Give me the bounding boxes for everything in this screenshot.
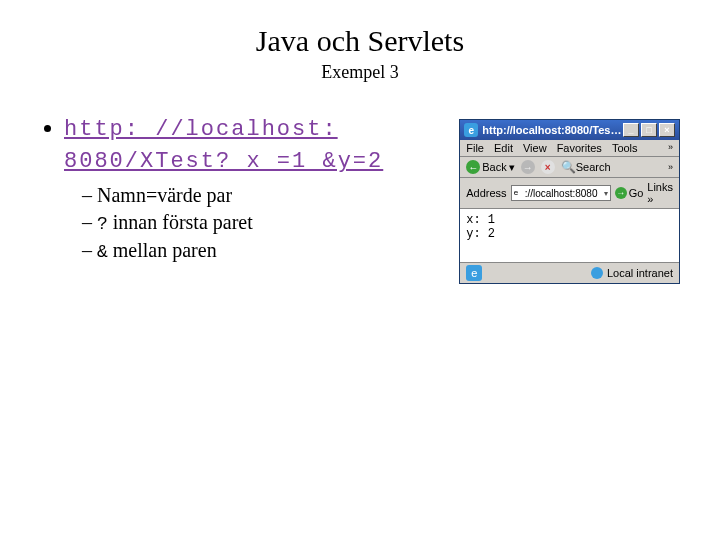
links-label: Links [647, 181, 673, 193]
sub-bullet-text: Namn=värde par [97, 184, 232, 206]
menu-tools[interactable]: Tools [612, 142, 638, 154]
go-label: Go [629, 187, 644, 199]
menu-favorites[interactable]: Favorites [557, 142, 602, 154]
address-dropdown-icon[interactable]: ▾ [604, 189, 608, 198]
sub-bullet-text: innan första paret [108, 211, 253, 233]
browser-statusbar: e Local intranet [460, 263, 679, 283]
address-label: Address [466, 187, 506, 199]
links-overflow-icon: » [647, 193, 653, 205]
search-label: Search [576, 161, 611, 173]
ie-logo-icon: e [466, 265, 482, 281]
zone-indicator: Local intranet [591, 267, 673, 279]
menu-file[interactable]: File [466, 142, 484, 154]
back-dropdown-icon: ▾ [509, 161, 515, 174]
browser-title-text: http://localhost:8080/Tes… [482, 124, 623, 136]
slide: Java och Servlets Exempel 3 http: //loca… [0, 0, 720, 308]
close-button[interactable]: × [659, 123, 675, 137]
globe-icon [591, 267, 603, 279]
go-arrow-icon: → [615, 187, 627, 199]
title-block: Java och Servlets Exempel 3 [40, 24, 680, 83]
forward-button[interactable]: → [521, 160, 535, 174]
content-line-1: x: 1 [466, 213, 495, 227]
sub-bullet-mono: ? [97, 214, 108, 234]
address-value: ://localhost:8080 [525, 188, 598, 199]
back-button[interactable]: ← Back ▾ [466, 160, 514, 174]
zone-label: Local intranet [607, 267, 673, 279]
example-url-link[interactable]: http: //localhost: 8080/XTest? x =1 &y=2 [64, 117, 383, 174]
minimize-button[interactable]: _ [623, 123, 639, 137]
body-row: http: //localhost: 8080/XTest? x =1 &y=2… [40, 113, 680, 284]
sub-bullet-mono: & [97, 242, 108, 262]
sub-bullet: Namn=värde par [82, 182, 449, 209]
slide-title: Java och Servlets [40, 24, 680, 58]
slide-subtitle: Exempel 3 [40, 62, 680, 83]
address-input[interactable]: e ://localhost:8080 ▾ [511, 185, 611, 201]
browser-addressbar: Address e ://localhost:8080 ▾ → Go Links… [460, 178, 679, 209]
bullet-area: http: //localhost: 8080/XTest? x =1 &y=2… [40, 113, 449, 270]
back-arrow-icon: ← [466, 160, 480, 174]
back-label: Back [482, 161, 506, 173]
browser-content: x: 1 y: 2 [460, 209, 679, 263]
toolbar-overflow-icon[interactable]: » [668, 162, 673, 172]
sub-bullet-text: mellan paren [108, 239, 217, 261]
search-button[interactable]: 🔍Search [561, 160, 611, 174]
search-icon: 🔍 [561, 160, 576, 174]
menu-edit[interactable]: Edit [494, 142, 513, 154]
browser-titlebar[interactable]: e http://localhost:8080/Tes… _ □ × [460, 120, 679, 140]
maximize-button[interactable]: □ [641, 123, 657, 137]
sub-bullet: ? innan första paret [82, 209, 449, 236]
page-icon: e [514, 188, 525, 199]
sub-bullet: & mellan paren [82, 237, 449, 264]
menu-overflow-icon[interactable]: » [668, 142, 673, 154]
top-bullet: http: //localhost: 8080/XTest? x =1 &y=2… [64, 113, 449, 264]
browser-window: e http://localhost:8080/Tes… _ □ × File … [459, 119, 680, 284]
links-button[interactable]: Links » [647, 181, 673, 205]
browser-toolbar: ← Back ▾ → × 🔍Search » [460, 157, 679, 178]
ie-icon: e [464, 123, 478, 137]
stop-button[interactable]: × [541, 160, 555, 174]
go-button[interactable]: → Go [615, 187, 644, 199]
content-line-2: y: 2 [466, 227, 495, 241]
browser-menubar: File Edit View Favorites Tools » [460, 140, 679, 157]
menu-view[interactable]: View [523, 142, 547, 154]
